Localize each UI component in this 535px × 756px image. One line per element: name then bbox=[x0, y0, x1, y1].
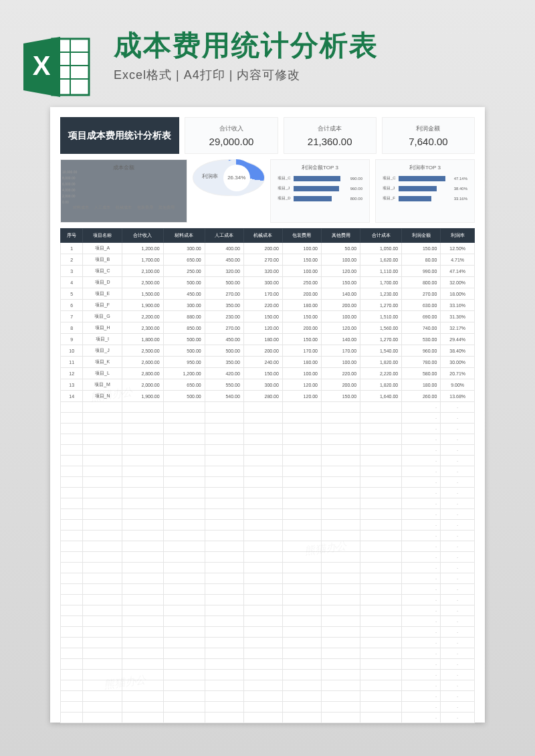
summary-cost: 合计成本 21,360.00 bbox=[284, 117, 377, 154]
top3-amount-title: 利润金额TOP 3 bbox=[275, 164, 365, 171]
profit-amount-top3: 利润金额TOP 3 项目_C990.00项目_J960.00项目_D800.00 bbox=[270, 159, 370, 223]
table-row-empty: -- bbox=[61, 488, 475, 498]
hbar-row: 项目_J38.40% bbox=[383, 185, 467, 191]
income-label: 合计收入 bbox=[219, 124, 243, 133]
table-row-empty: -- bbox=[61, 595, 475, 605]
bar-chart-title: 成本金额 bbox=[65, 164, 183, 171]
table-row-empty: -- bbox=[61, 638, 475, 648]
hbar-row: 项目_D800.00 bbox=[278, 195, 362, 201]
table-row-empty: -- bbox=[61, 456, 475, 466]
donut-title: 利润率 bbox=[202, 173, 218, 180]
bar-y-axis: 10,000.008,000.006,000.004,000.002,000.0… bbox=[62, 169, 77, 205]
profit-label: 利润金额 bbox=[416, 124, 440, 133]
promo-header: X 成本费用统计分析表 Excel格式 | A4打印 | 内容可修改 bbox=[0, 13, 535, 100]
table-header: 合计收入 bbox=[122, 229, 163, 243]
bar-item: 人工成本 bbox=[94, 185, 110, 211]
table-header: 机械成本 bbox=[243, 229, 282, 243]
hbar-row: 项目_F33.16% bbox=[383, 195, 467, 201]
table-header: 利润金额 bbox=[402, 229, 441, 243]
table-row: 2项目_B1,700.00650.00450.00270.00150.00100… bbox=[61, 254, 475, 266]
table-row-empty: -- bbox=[61, 573, 475, 584]
profit-rate-donut: 利润率 26.34% bbox=[193, 159, 265, 196]
excel-icon: X bbox=[20, 33, 94, 103]
table-row: 10项目_J2,500.00500.00500.00200.00170.0017… bbox=[61, 345, 475, 357]
table-row: 6项目_F1,900.00300.00350.00220.00180.00200… bbox=[61, 300, 475, 311]
table-row-empty: -- bbox=[61, 552, 475, 563]
table-row-empty: -- bbox=[61, 423, 475, 434]
bar-item: 包装费用 bbox=[137, 197, 153, 211]
table-row-empty: -- bbox=[61, 616, 475, 627]
table-row-empty: -- bbox=[61, 605, 475, 616]
table-row-empty: -- bbox=[61, 466, 475, 477]
promo-subtitle: Excel格式 | A4打印 | 内容可修改 bbox=[114, 67, 300, 83]
profit-value: 7,640.00 bbox=[409, 136, 447, 147]
hbar-row: 项目_J960.00 bbox=[278, 185, 362, 191]
table-row-empty: -- bbox=[61, 584, 475, 595]
top3-rate-title: 利润率TOP 3 bbox=[380, 164, 470, 171]
table-row-empty: -- bbox=[61, 659, 475, 670]
table-row-empty: -- bbox=[61, 509, 475, 520]
table-row-empty: -- bbox=[61, 627, 475, 638]
table-header: 合计成本 bbox=[360, 229, 402, 243]
hbar-row: 项目_C990.00 bbox=[278, 175, 362, 181]
table-row-empty: -- bbox=[61, 670, 475, 680]
table-header: 材料成本 bbox=[163, 229, 205, 243]
table-row: 8项目_H2,300.00850.00270.00120.00200.00120… bbox=[61, 322, 475, 334]
table-row: 11项目_K2,600.00950.00350.00240.00180.0010… bbox=[61, 357, 475, 368]
cost-label: 合计成本 bbox=[318, 124, 342, 133]
donut-value: 26.34% bbox=[223, 165, 250, 191]
table-header: 项目名称 bbox=[83, 229, 122, 243]
table-row-empty: -- bbox=[61, 520, 475, 531]
table-header: 序号 bbox=[61, 229, 83, 243]
donut-ring: 26.34% bbox=[218, 159, 255, 196]
table-row: 1项目_A1,200.00300.00400.00200.00100.0050.… bbox=[61, 243, 475, 254]
bar-item: 机械成本 bbox=[116, 193, 132, 211]
summary-profit: 利润金额 7,640.00 bbox=[382, 117, 475, 154]
table-row-empty: -- bbox=[61, 691, 475, 702]
table-row: 13项目_M2,000.00650.00550.00300.00120.0020… bbox=[61, 379, 475, 391]
income-value: 29,000.00 bbox=[209, 136, 254, 147]
table-row-empty: -- bbox=[61, 531, 475, 541]
table-row-empty: -- bbox=[61, 413, 475, 423]
table-header: 利润率 bbox=[441, 229, 475, 243]
table-row: 9项目_I1,800.00500.00450.00180.00150.00140… bbox=[61, 334, 475, 345]
summary-income: 合计收入 29,000.00 bbox=[185, 117, 278, 154]
data-table: 序号项目名称合计收入材料成本人工成本机械成本包装费用其他费用合计成本利润金额利润… bbox=[60, 228, 475, 723]
table-row-empty: -- bbox=[61, 563, 475, 573]
table-row-empty: -- bbox=[61, 713, 475, 723]
table-row: 3项目_C2,100.00250.00320.00320.00100.00120… bbox=[61, 266, 475, 277]
hbar-row: 项目_C47.14% bbox=[383, 175, 467, 181]
table-row: 7项目_G2,200.00880.00230.00150.00150.00100… bbox=[61, 311, 475, 322]
cost-bar-chart: 成本金额 10,000.008,000.006,000.004,000.002,… bbox=[60, 159, 187, 223]
bar-item: 其他费用 bbox=[158, 198, 175, 211]
table-row-empty: -- bbox=[61, 477, 475, 488]
svg-text:X: X bbox=[33, 51, 51, 80]
table-row: 14项目_N1,900.00500.00540.00280.00120.0015… bbox=[61, 391, 475, 402]
table-row-empty: -- bbox=[61, 680, 475, 691]
table-row-empty: -- bbox=[61, 434, 475, 445]
table-row: 4项目_D2,500.00500.00500.00300.00250.00150… bbox=[61, 277, 475, 288]
table-row-empty: -- bbox=[61, 648, 475, 659]
table-row-empty: -- bbox=[61, 498, 475, 509]
table-row: 5项目_E1,500.00450.00270.00170.00200.00140… bbox=[61, 288, 475, 300]
table-header: 人工成本 bbox=[205, 229, 243, 243]
table-row-empty: -- bbox=[61, 402, 475, 413]
promo-title: 成本费用统计分析表 bbox=[114, 27, 379, 64]
sheet-title: 项目成本费用统计分析表 bbox=[60, 117, 179, 154]
profit-rate-top3: 利润率TOP 3 项目_C47.14%项目_J38.40%项目_F33.16% bbox=[375, 159, 475, 223]
table-header: 包装费用 bbox=[282, 229, 321, 243]
table-row-empty: -- bbox=[61, 541, 475, 552]
table-row-empty: -- bbox=[61, 702, 475, 713]
excel-sheet-preview: 项目成本费用统计分析表 合计收入 29,000.00 合计成本 21,360.0… bbox=[50, 107, 485, 723]
table-row: 12项目_L2,800.001,200.00420.00150.00100.00… bbox=[61, 368, 475, 379]
table-row-empty: -- bbox=[61, 445, 475, 456]
table-header: 其他费用 bbox=[322, 229, 360, 243]
cost-value: 21,360.00 bbox=[308, 136, 352, 147]
